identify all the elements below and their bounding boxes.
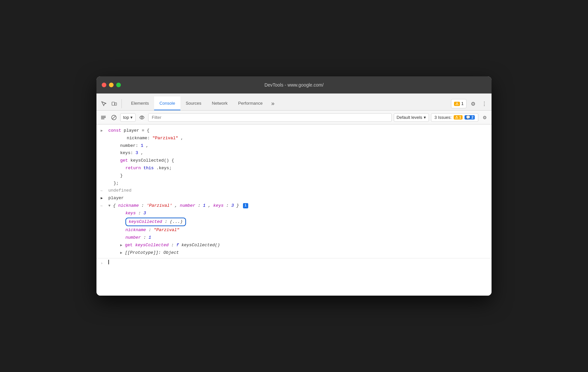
svg-rect-4	[101, 119, 104, 119]
undefined-text: undefined	[108, 188, 131, 193]
expand-arrow-1[interactable]: ▶	[101, 128, 103, 134]
expand-object-button[interactable]: ▼	[108, 204, 111, 208]
tab-bar: Elements Console Sources Network Perform…	[96, 93, 492, 111]
svg-rect-1	[115, 103, 117, 105]
player-variable: player	[108, 196, 124, 200]
line-gutter-nick	[96, 227, 107, 227]
line-content-1: const player = {	[107, 127, 492, 134]
inspect-element-button[interactable]	[99, 99, 108, 108]
expanded-prototype: ▶ [[Prototype]]: Object	[96, 249, 492, 257]
devtools-window: DevTools - www.google.com/ Elements	[96, 76, 492, 296]
traffic-lights	[102, 83, 121, 87]
line-content-7: }	[107, 173, 492, 179]
tab-elements[interactable]: Elements	[126, 96, 154, 110]
toolbar-divider	[121, 99, 122, 108]
input-area[interactable]	[107, 260, 492, 267]
keys-collected-highlight: keysCollected : (...)	[125, 218, 186, 226]
chevron-down-icon-levels: ▾	[424, 115, 426, 120]
line-content-proto: ▶ [[Prototype]]: Object	[107, 250, 492, 256]
line-gutter-3	[96, 143, 107, 143]
line-gutter-undef: ←	[96, 187, 107, 194]
line-gutter-8	[96, 180, 107, 181]
console-content: ▶ const player = { nickname: "Parzival" …	[96, 124, 492, 296]
line-content-undef: undefined	[107, 187, 492, 194]
line-content-player: player	[107, 195, 492, 202]
issues-button[interactable]: 3 Issues: ⚠ 1 💬 2	[431, 113, 478, 122]
line-gutter-proto	[96, 250, 107, 250]
default-levels-selector[interactable]: Default levels ▾	[394, 113, 429, 122]
expand-prototype-button[interactable]: ▶	[120, 251, 122, 255]
context-label: top	[123, 115, 129, 120]
svg-rect-3	[101, 117, 106, 118]
output-arrow-left-2: ←	[101, 203, 103, 209]
line-gutter-kc	[96, 218, 107, 218]
line-content-obj: ▼ { nickname : 'Parzival' , number : 1 ,…	[107, 202, 492, 209]
expanded-keys-3: keys : 3	[96, 210, 492, 217]
line-content-kc: keysCollected : (...)	[107, 218, 492, 226]
tab-console[interactable]: Console	[154, 96, 180, 110]
tab-network[interactable]: Network	[207, 96, 233, 110]
line-content-getter: ▶ get keysCollected : f keysCollected()	[107, 242, 492, 249]
console-input-line: ›	[96, 258, 492, 268]
more-tabs-button[interactable]: »	[268, 96, 278, 110]
code-line-2: nickname: "Parzival" ,	[96, 135, 492, 142]
info-badge: 💬 2	[465, 115, 475, 120]
input-prompt-arrow: ▶	[101, 196, 103, 201]
default-levels-label: Default levels	[397, 115, 422, 120]
expanded-number: number : 1	[96, 234, 492, 242]
line-gutter-2	[103, 135, 114, 136]
line-gutter-6	[96, 165, 107, 166]
svg-point-7	[141, 117, 143, 118]
line-content-2: nickname: "Parzival" ,	[114, 135, 492, 142]
line-content-4: keys: 3 ,	[107, 150, 492, 157]
code-line-1: ▶ const player = {	[96, 127, 492, 135]
code-line-8: };	[96, 180, 492, 187]
svg-rect-2	[101, 116, 106, 117]
expand-getter-button[interactable]: ▶	[120, 243, 122, 247]
input-cursor	[108, 260, 109, 264]
code-line-7: }	[96, 172, 492, 180]
line-gutter-7	[96, 173, 107, 173]
maximize-button[interactable]	[116, 83, 121, 87]
output-arrow-left: ←	[101, 188, 103, 194]
tab-sources[interactable]: Sources	[180, 96, 207, 110]
device-toolbar-button[interactable]	[110, 99, 119, 108]
svg-rect-0	[112, 102, 115, 105]
chevron-down-icon: ▾	[130, 115, 133, 120]
line-content-nick: nickname : "Parzival"	[107, 227, 492, 234]
object-info-icon[interactable]: i	[243, 203, 248, 208]
issues-text: 3 Issues:	[435, 115, 452, 120]
line-gutter-1: ▶	[96, 127, 107, 134]
line-gutter-obj: ←	[96, 202, 107, 209]
issues-badge[interactable]: ⚠ 1	[451, 99, 467, 108]
svg-line-6	[112, 116, 116, 119]
live-expressions-button[interactable]	[138, 113, 146, 122]
clear-console-button[interactable]	[99, 113, 108, 122]
filter-input[interactable]	[148, 113, 391, 122]
line-content-3: number: 1 ,	[107, 143, 492, 149]
input-player: ▶ player	[96, 195, 492, 202]
tab-performance[interactable]: Performance	[233, 96, 268, 110]
warn-badge: ⚠ 1	[454, 115, 463, 120]
block-icon-button[interactable]	[110, 113, 118, 122]
context-selector[interactable]: top ▾	[120, 113, 136, 122]
line-content-5: get keysCollected() {	[107, 157, 492, 164]
keyword-const: const	[108, 128, 121, 133]
output-undefined: ← undefined	[96, 187, 492, 195]
code-line-3: number: 1 ,	[96, 142, 492, 150]
settings-button[interactable]: ⚙	[468, 99, 478, 108]
input-gutter: ›	[96, 260, 107, 267]
expanded-nickname: nickname : "Parzival"	[96, 226, 492, 234]
tabs: Elements Console Sources Network Perform…	[126, 96, 451, 110]
console-settings-button[interactable]: ⚙	[480, 113, 489, 122]
line-content-6: return this .keys;	[107, 165, 492, 172]
code-line-5: get keysCollected() {	[96, 157, 492, 165]
code-line-6: return this .keys;	[96, 165, 492, 172]
line-content-keys3: keys : 3	[107, 210, 492, 217]
more-options-button[interactable]: ⋮	[480, 99, 489, 108]
close-button[interactable]	[102, 83, 106, 87]
minimize-button[interactable]	[109, 83, 114, 87]
console-toolbar: top ▾ Default levels ▾ 3 Issues: ⚠ 1 💬 2…	[96, 111, 492, 124]
code-line-4: keys: 3 ,	[96, 149, 492, 157]
input-chevron: ›	[101, 261, 103, 267]
